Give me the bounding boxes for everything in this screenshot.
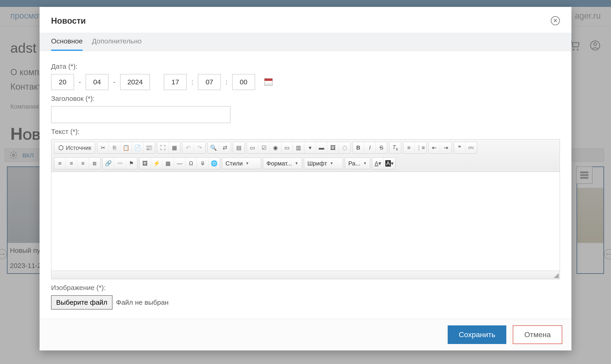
pagebreak-button[interactable]: ⤋	[197, 158, 208, 169]
date-second-input[interactable]	[232, 74, 255, 90]
alignjustify-button[interactable]: ≣	[89, 158, 100, 169]
table-button[interactable]: ▦	[163, 158, 174, 169]
bold-icon: B	[356, 144, 360, 151]
replace-button[interactable]: ⇄	[219, 142, 231, 154]
copy-icon: ⎘	[113, 144, 116, 151]
alignleft-button[interactable]: ≡	[54, 158, 66, 169]
iframe-icon: 🌐	[211, 160, 218, 167]
textfield-icon: ▭	[284, 144, 290, 151]
modal-overlay: Новости ✕ Основное Дополнительно Дата (*…	[0, 0, 611, 364]
bulletedlist-icon: ⋮≡	[416, 144, 425, 151]
showblocks-icon: ▦	[172, 144, 177, 151]
bgcolor-button[interactable]: A▾	[384, 158, 395, 169]
outdent-button[interactable]: ⇤	[429, 142, 440, 154]
close-icon: ✕	[553, 17, 558, 24]
modal-tabs: Основное Дополнительно	[40, 33, 571, 51]
resize-handle[interactable]	[554, 273, 559, 278]
textfield-button[interactable]: ▭	[281, 142, 293, 154]
size-combo[interactable]: Ра...▼	[345, 158, 370, 169]
tab-main[interactable]: Основное	[51, 33, 82, 51]
alignright-icon: ≡	[81, 160, 84, 167]
unlink-icon: ⚯	[118, 160, 122, 167]
anchor-icon: ⚑	[129, 160, 134, 167]
tab-extra[interactable]: Дополнительно	[92, 33, 141, 51]
cut-button[interactable]: ✂	[97, 142, 109, 154]
aligncenter-button[interactable]: ≡	[66, 158, 77, 169]
cancel-button[interactable]: Отмена	[513, 325, 562, 344]
hr-button[interactable]: —	[174, 158, 185, 169]
imagebutton-button[interactable]: 🖼	[327, 142, 339, 154]
select-icon: ▾	[309, 144, 312, 151]
hidden-button[interactable]: ◌	[339, 142, 350, 154]
paste-text-icon: 📄	[134, 144, 141, 151]
paste-word-button[interactable]: 📰	[143, 142, 155, 154]
styles-combo[interactable]: Стили▼	[222, 158, 261, 169]
copy-button[interactable]: ⎘	[109, 142, 120, 154]
date-label: Дата (*):	[51, 63, 560, 70]
specialchar-button[interactable]: Ω	[185, 158, 197, 169]
date-day-input[interactable]	[51, 74, 74, 90]
form-button[interactable]: ▭	[247, 142, 258, 154]
textarea-icon: ▥	[296, 144, 301, 151]
font-combo[interactable]: Шрифт▼	[304, 158, 343, 169]
indent-button[interactable]: ⇥	[440, 142, 452, 154]
date-year-input[interactable]	[120, 74, 150, 90]
editor-content[interactable]	[51, 172, 560, 271]
selectall-button[interactable]: ▤	[233, 142, 244, 154]
textcolor-button[interactable]: A▾	[372, 158, 384, 169]
removeformat-button[interactable]: Tx	[390, 142, 401, 154]
undo-button[interactable]: ↶	[182, 142, 194, 154]
find-button[interactable]: 🔍	[208, 142, 219, 154]
div-button[interactable]: DIV	[465, 142, 477, 154]
removeformat-icon: Tx	[393, 144, 398, 152]
strike-button[interactable]: S	[376, 142, 387, 154]
file-none-label: Файл не выбран	[116, 299, 169, 306]
date-sep1: -	[79, 78, 81, 86]
date-sep4: :	[225, 78, 227, 86]
chevron-down-icon: ▼	[295, 161, 298, 166]
link-button[interactable]: 🔗	[103, 158, 114, 169]
paste-text-button[interactable]: 📄	[132, 142, 143, 154]
find-icon: 🔍	[210, 144, 217, 151]
button-button[interactable]: ▬	[316, 142, 327, 154]
flash-button[interactable]: ⚡	[151, 158, 163, 169]
chevron-down-icon: ▼	[363, 161, 367, 166]
close-button[interactable]: ✕	[551, 16, 560, 25]
form-icon: ▭	[250, 144, 255, 151]
title-input[interactable]	[51, 106, 231, 123]
save-button[interactable]: Сохранить	[448, 325, 506, 344]
outdent-icon: ⇤	[432, 144, 437, 151]
date-hour-input[interactable]	[164, 74, 187, 90]
radio-button[interactable]: ◉	[270, 142, 281, 154]
numberedlist-button[interactable]: ≡	[403, 142, 415, 154]
bgcolor-icon: A	[385, 160, 391, 167]
iframe-button[interactable]: 🌐	[208, 158, 220, 169]
format-combo[interactable]: Формат...▼	[263, 158, 302, 169]
bulletedlist-button[interactable]: ⋮≡	[415, 142, 426, 154]
showblocks-button[interactable]: ▦	[169, 142, 180, 154]
choose-file-button[interactable]: Выберите файл	[51, 295, 112, 310]
date-minute-input[interactable]	[198, 74, 221, 90]
italic-button[interactable]: I	[364, 142, 376, 154]
paste-button[interactable]: 📋	[120, 142, 132, 154]
italic-icon: I	[369, 144, 371, 151]
blockquote-button[interactable]: ❝	[454, 142, 465, 154]
hidden-icon: ◌	[342, 144, 347, 151]
source-button[interactable]: Источник	[54, 142, 95, 154]
unlink-button[interactable]: ⚯	[114, 158, 126, 169]
calendar-icon[interactable]	[264, 78, 272, 86]
textarea-button[interactable]: ▥	[293, 142, 304, 154]
redo-button[interactable]: ↷	[194, 142, 205, 154]
alignjustify-icon: ≣	[92, 160, 97, 167]
alignleft-icon: ≡	[58, 160, 61, 167]
image-button[interactable]: 🖼	[139, 158, 151, 169]
button-icon: ▬	[319, 144, 324, 151]
checkbox-button[interactable]: ☑	[258, 142, 270, 154]
select-button[interactable]: ▾	[304, 142, 316, 154]
maximize-button[interactable]: ⛶	[157, 142, 169, 154]
replace-icon: ⇄	[223, 144, 227, 151]
date-month-input[interactable]	[86, 74, 109, 90]
bold-button[interactable]: B	[353, 142, 364, 154]
alignright-button[interactable]: ≡	[77, 158, 89, 169]
anchor-button[interactable]: ⚑	[126, 158, 137, 169]
